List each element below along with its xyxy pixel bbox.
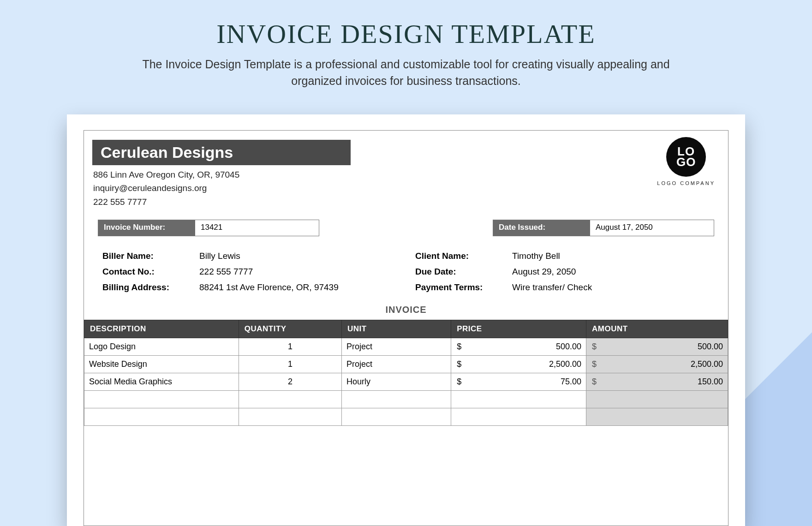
company-block: Cerulean Designs 886 Linn Ave Oregon Cit… bbox=[84, 140, 728, 209]
invoice-number-value: 13421 bbox=[195, 220, 313, 236]
client-name-label: Client Name: bbox=[415, 251, 512, 261]
cell-amount bbox=[586, 408, 728, 426]
biller-contact-value: 222 555 7777 bbox=[199, 267, 397, 277]
biller-address-value: 88241 1st Ave Florence, OR, 97439 bbox=[199, 282, 397, 293]
invoice-table: DESCRIPTION QUANTITY UNIT PRICE AMOUNT L… bbox=[84, 320, 728, 426]
table-header-row: DESCRIPTION QUANTITY UNIT PRICE AMOUNT bbox=[84, 320, 728, 338]
cell-amount: $150.00 bbox=[586, 373, 728, 391]
cell-unit: Project bbox=[341, 338, 451, 356]
cell-description: Website Design bbox=[84, 356, 239, 373]
col-price: PRICE bbox=[451, 320, 586, 338]
table-row bbox=[84, 408, 728, 426]
company-email: inquiry@ceruleandesigns.org bbox=[93, 181, 728, 195]
document-sheet: LO GO LOGO COMPANY Cerulean Designs 886 … bbox=[67, 114, 745, 526]
date-issued-label: Date Issued: bbox=[493, 220, 590, 236]
invoice-number-label: Invoice Number: bbox=[98, 220, 195, 236]
logo-caption: LOGO COMPANY bbox=[657, 180, 715, 186]
table-row: Social Media Graphics2Hourly$75.00$150.0… bbox=[84, 373, 728, 391]
hero: INVOICE DESIGN TEMPLATE The Invoice Desi… bbox=[0, 0, 812, 104]
table-row: Website Design1Project$2,500.00$2,500.00 bbox=[84, 356, 728, 373]
cell-description: Social Media Graphics bbox=[84, 373, 239, 391]
logo-icon: LO GO bbox=[666, 137, 706, 177]
date-issued-box: Date Issued: August 17, 2050 bbox=[493, 220, 714, 236]
table-row: Logo Design1Project$500.00$500.00 bbox=[84, 338, 728, 356]
cell-unit bbox=[341, 391, 451, 408]
col-amount: AMOUNT bbox=[586, 320, 728, 338]
cell-quantity: 1 bbox=[239, 356, 341, 373]
cell-quantity bbox=[239, 391, 341, 408]
document-frame: LO GO LOGO COMPANY Cerulean Designs 886 … bbox=[84, 130, 728, 526]
cell-unit: Project bbox=[341, 356, 451, 373]
page-title: INVOICE DESIGN TEMPLATE bbox=[46, 18, 766, 49]
cell-amount: $2,500.00 bbox=[586, 356, 728, 373]
cell-price: $500.00 bbox=[451, 338, 586, 356]
cell-description bbox=[84, 408, 239, 426]
table-row bbox=[84, 391, 728, 408]
info-columns: Biller Name:Billy Lewis Contact No.:222 … bbox=[84, 236, 728, 295]
logo-line2: GO bbox=[676, 157, 696, 167]
company-address: 886 Linn Ave Oregon City, OR, 97045 bbox=[93, 168, 728, 181]
logo-block: LO GO LOGO COMPANY bbox=[657, 137, 715, 186]
cell-price: $75.00 bbox=[451, 373, 586, 391]
cell-quantity: 2 bbox=[239, 373, 341, 391]
client-name-value: Timothy Bell bbox=[512, 251, 710, 261]
cell-description: Logo Design bbox=[84, 338, 239, 356]
invoice-number-box: Invoice Number: 13421 bbox=[98, 220, 319, 236]
payment-terms-label: Payment Terms: bbox=[415, 282, 512, 293]
cell-price bbox=[451, 391, 586, 408]
meta-row: Invoice Number: 13421 Date Issued: Augus… bbox=[84, 209, 728, 236]
invoice-section-title: INVOICE bbox=[84, 305, 728, 315]
biller-name-label: Biller Name: bbox=[102, 251, 199, 261]
client-column: Client Name:Timothy Bell Due Date:August… bbox=[415, 248, 710, 295]
cell-unit: Hourly bbox=[341, 373, 451, 391]
col-description: DESCRIPTION bbox=[84, 320, 239, 338]
col-quantity: QUANTITY bbox=[239, 320, 341, 338]
cell-price bbox=[451, 408, 586, 426]
biller-column: Biller Name:Billy Lewis Contact No.:222 … bbox=[102, 248, 397, 295]
cell-quantity: 1 bbox=[239, 338, 341, 356]
cell-quantity bbox=[239, 408, 341, 426]
cell-description bbox=[84, 391, 239, 408]
cell-amount: $500.00 bbox=[586, 338, 728, 356]
date-issued-value: August 17, 2050 bbox=[590, 220, 708, 236]
due-date-value: August 29, 2050 bbox=[512, 267, 710, 277]
due-date-label: Due Date: bbox=[415, 267, 512, 277]
cell-unit bbox=[341, 408, 451, 426]
company-name: Cerulean Designs bbox=[92, 140, 351, 165]
biller-name-value: Billy Lewis bbox=[199, 251, 397, 261]
biller-contact-label: Contact No.: bbox=[102, 267, 199, 277]
biller-address-label: Billing Address: bbox=[102, 282, 199, 293]
payment-terms-value: Wire transfer/ Check bbox=[512, 282, 710, 293]
page-subtitle: The Invoice Design Template is a profess… bbox=[129, 56, 683, 90]
cell-price: $2,500.00 bbox=[451, 356, 586, 373]
company-phone: 222 555 7777 bbox=[93, 195, 728, 209]
col-unit: UNIT bbox=[341, 320, 451, 338]
cell-amount bbox=[586, 391, 728, 408]
